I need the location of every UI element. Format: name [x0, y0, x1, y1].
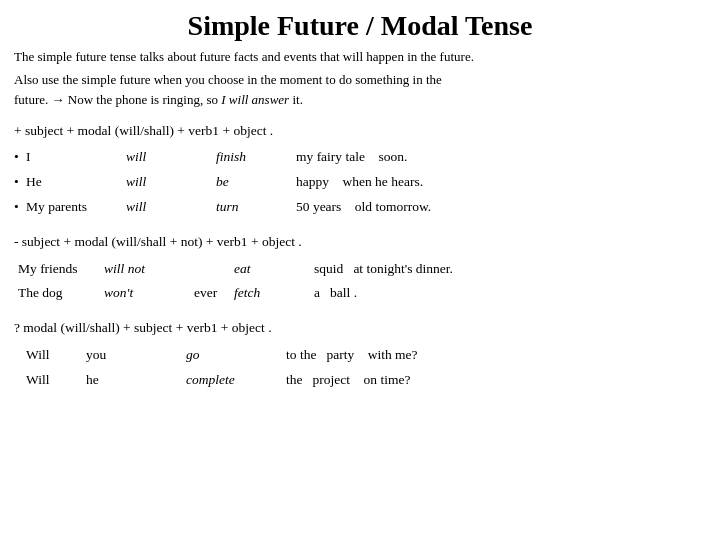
- intro2-italic: I will answer: [221, 92, 289, 107]
- table-row: • My parents will turn 50 years old tomo…: [14, 195, 706, 220]
- modal-cell: will not: [104, 257, 194, 282]
- indent-cell: [14, 368, 26, 393]
- negative-section: - subject + modal (will/shall + not) + v…: [14, 232, 706, 306]
- verb-cell: be: [216, 170, 296, 195]
- rest-cell: my fairy tale soon.: [296, 145, 706, 170]
- subject-cell: I: [26, 145, 126, 170]
- intro2-part2: future. → Now the phone is ringing, so: [14, 92, 221, 107]
- verb-cell: fetch: [234, 281, 314, 306]
- modal-cell: Will: [26, 343, 86, 368]
- positive-table: • I will finish my fairy tale soon. • He…: [14, 145, 706, 220]
- bullet-dot: •: [14, 145, 26, 170]
- positive-section: + subject + modal (will/shall) + verb1 +…: [14, 121, 706, 220]
- subject-cell: My friends: [14, 257, 104, 282]
- intro-paragraph-1: The simple future tense talks about futu…: [14, 48, 706, 66]
- table-row: My friends will not eat squid at tonight…: [14, 257, 706, 282]
- modal-cell: Will: [26, 368, 86, 393]
- question-table: Will you go to the party with me? Will h…: [14, 343, 706, 393]
- rest-cell: a ball .: [314, 281, 706, 306]
- modal-cell: will: [126, 195, 216, 220]
- table-row: • I will finish my fairy tale soon.: [14, 145, 706, 170]
- rest-cell: the project on time?: [286, 368, 706, 393]
- bullet-dot: •: [14, 170, 26, 195]
- table-row: • He will be happy when he hears.: [14, 170, 706, 195]
- rest-cell: squid at tonight's dinner.: [314, 257, 706, 282]
- rest-cell: 50 years old tomorrow.: [296, 195, 706, 220]
- middle-cell: [194, 257, 234, 282]
- subject-cell: My parents: [26, 195, 126, 220]
- table-row: The dog won't ever fetch a ball .: [14, 281, 706, 306]
- modal-cell: will: [126, 170, 216, 195]
- negative-formula: - subject + modal (will/shall + not) + v…: [14, 232, 706, 252]
- subject-cell: The dog: [14, 281, 104, 306]
- verb-cell: go: [186, 343, 286, 368]
- page-title: Simple Future / Modal Tense: [14, 10, 706, 42]
- middle-cell: ever: [194, 281, 234, 306]
- question-section: ? modal (will/shall) + subject + verb1 +…: [14, 318, 706, 392]
- subject-cell: he: [86, 368, 186, 393]
- bullet-dot: •: [14, 195, 26, 220]
- intro2-part1: Also use the simple future when you choo…: [14, 72, 442, 87]
- question-formula: ? modal (will/shall) + subject + verb1 +…: [14, 318, 706, 338]
- table-row: Will you go to the party with me?: [14, 343, 706, 368]
- positive-formula: + subject + modal (will/shall) + verb1 +…: [14, 121, 706, 141]
- modal-cell: will: [126, 145, 216, 170]
- rest-cell: happy when he hears.: [296, 170, 706, 195]
- modal-cell: won't: [104, 281, 194, 306]
- negative-table: My friends will not eat squid at tonight…: [14, 257, 706, 307]
- indent-cell: [14, 343, 26, 368]
- subject-cell: you: [86, 343, 186, 368]
- subject-cell: He: [26, 170, 126, 195]
- intro-paragraph-2: Also use the simple future when you choo…: [14, 70, 706, 109]
- table-row: Will he complete the project on time?: [14, 368, 706, 393]
- verb-cell: complete: [186, 368, 286, 393]
- verb-cell: turn: [216, 195, 296, 220]
- intro2-end: it.: [289, 92, 303, 107]
- rest-cell: to the party with me?: [286, 343, 706, 368]
- verb-cell: eat: [234, 257, 314, 282]
- verb-cell: finish: [216, 145, 296, 170]
